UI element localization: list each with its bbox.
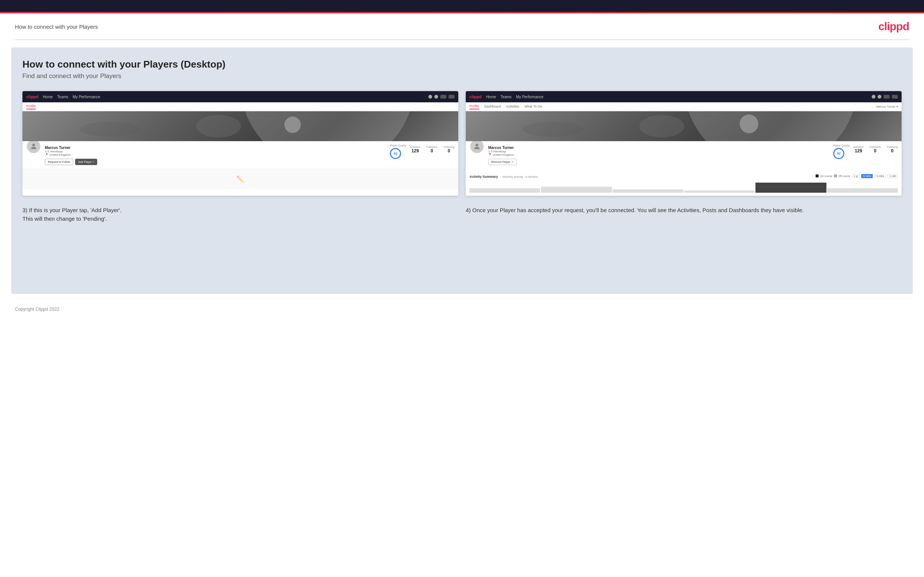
left-nav-logo: clippd bbox=[26, 95, 38, 99]
descriptions-row: 3) If this is your Player tap, 'Add Play… bbox=[23, 206, 901, 223]
right-settings-icon bbox=[884, 95, 890, 98]
right-followers-stat: Followers 0 bbox=[869, 146, 880, 153]
right-player-location: 📍 United Kingdom bbox=[488, 153, 829, 156]
description-right: 4) Once your Player has accepted your re… bbox=[466, 206, 901, 223]
right-tab-bar: Profile Dashboard Activities What To On … bbox=[466, 102, 901, 111]
header-divider bbox=[15, 40, 909, 40]
svg-point-6 bbox=[523, 122, 583, 137]
svg-point-0 bbox=[196, 115, 241, 137]
bar-4 bbox=[684, 190, 755, 193]
filter-6mths[interactable]: 6 mths bbox=[861, 174, 873, 178]
footer: Copyright Clippd 2022 bbox=[0, 301, 924, 317]
main-heading: How to connect with your Players (Deskto… bbox=[23, 59, 901, 70]
right-tab-user: Marcus Turner ▾ bbox=[876, 105, 898, 108]
header: How to connect with your Players clippd bbox=[0, 13, 924, 40]
left-tab-bar: Profile bbox=[23, 102, 458, 111]
filter-1yr[interactable]: 1 yr bbox=[852, 174, 860, 178]
right-profile-section: Marcus Turner 1-5 Handicap 📍 United King… bbox=[466, 141, 901, 169]
left-player-location: 📍 United Kingdom bbox=[45, 153, 386, 156]
right-player-buttons: Remove Player ✕ bbox=[488, 159, 829, 165]
search-icon bbox=[428, 95, 432, 98]
right-quality-label: Player Quality bbox=[833, 144, 850, 147]
bar-3 bbox=[613, 189, 683, 193]
clippd-logo: clippd bbox=[879, 20, 909, 33]
user-icon bbox=[435, 95, 438, 98]
svg-point-5 bbox=[740, 114, 758, 133]
right-banner-overlay bbox=[466, 111, 901, 141]
svg-point-1 bbox=[284, 116, 301, 133]
left-followers-stat: Followers 0 bbox=[426, 146, 437, 153]
bar-1 bbox=[470, 188, 540, 193]
right-banner bbox=[466, 111, 901, 141]
right-avatar bbox=[470, 139, 485, 154]
main-subheading: Find and connect with your Players bbox=[23, 73, 901, 80]
svg-point-7 bbox=[475, 144, 478, 147]
profile-icon bbox=[449, 95, 454, 98]
svg-point-2 bbox=[80, 122, 139, 137]
right-quality-group: Player Quality 92 bbox=[833, 144, 850, 159]
left-nav-teams: Teams bbox=[57, 95, 68, 99]
pencil-icon: ✏️ bbox=[234, 173, 247, 185]
remove-player-button[interactable]: Remove Player ✕ bbox=[488, 159, 517, 165]
left-quality-circle: 92 bbox=[390, 148, 401, 159]
right-nav-icons bbox=[872, 95, 898, 98]
bar-2 bbox=[541, 187, 612, 193]
right-activity-header: Activity Summary Monthly Activity · 6 Mo… bbox=[470, 172, 898, 179]
left-following-stat: Following 0 bbox=[443, 146, 454, 153]
left-nav-bar: clippd Home Teams My Performance bbox=[23, 91, 458, 102]
filter-3mths[interactable]: 3 mths bbox=[874, 174, 886, 178]
main-content: How to connect with your Players (Deskto… bbox=[11, 47, 913, 294]
left-nav-home: Home bbox=[43, 95, 53, 99]
right-nav-logo: clippd bbox=[470, 95, 481, 99]
right-tab-profile: Profile bbox=[470, 104, 479, 110]
right-chart-area bbox=[470, 182, 898, 193]
request-follow-button[interactable]: Request to Follow bbox=[45, 159, 73, 165]
right-tab-whattoon: What To On bbox=[524, 105, 542, 109]
svg-point-4 bbox=[640, 115, 684, 137]
right-following-stat: Following 0 bbox=[887, 146, 898, 153]
right-player-info: Marcus Turner 1-5 Handicap 📍 United King… bbox=[488, 144, 829, 165]
right-nav-myperformance: My Performance bbox=[516, 95, 543, 99]
left-profile-section: Marcus Turner 1-5 Handicap 📍 United King… bbox=[23, 141, 458, 169]
right-nav-home: Home bbox=[486, 95, 496, 99]
bar-5-dark bbox=[755, 183, 826, 193]
right-activity-filters: On course Off course 1 yr 6 mths 3 mths … bbox=[816, 174, 898, 178]
left-player-name: Marcus Turner bbox=[45, 146, 386, 150]
left-nav-myperformance: My Performance bbox=[73, 95, 100, 99]
description-left-text: 3) If this is your Player tap, 'Add Play… bbox=[23, 207, 121, 222]
off-course-legend bbox=[834, 174, 837, 177]
screenshot-left: clippd Home Teams My Performance Profile bbox=[23, 91, 458, 196]
settings-icon bbox=[440, 95, 446, 98]
right-activity-title: Activity Summary bbox=[470, 175, 498, 179]
add-player-button[interactable]: Add Player + bbox=[75, 159, 97, 165]
right-quality-circle: 92 bbox=[833, 148, 844, 159]
left-banner-overlay bbox=[23, 111, 458, 141]
right-tab-dashboard: Dashboard bbox=[485, 105, 501, 109]
left-edit-area: ✏️ bbox=[23, 169, 458, 189]
remove-x-icon: ✕ bbox=[511, 160, 514, 164]
on-course-legend bbox=[816, 174, 819, 177]
left-activities-stat: Activities 129 bbox=[410, 146, 420, 153]
right-nav-bar: clippd Home Teams My Performance bbox=[466, 91, 901, 102]
screenshot-right: clippd Home Teams My Performance Profile… bbox=[466, 91, 901, 196]
right-profile-icon bbox=[892, 95, 898, 98]
right-activity-subtitle: Monthly Activity · 6 Months bbox=[502, 175, 538, 179]
left-quality-label: Player Quality bbox=[390, 144, 406, 147]
left-player-handicap: 1-5 Handicap bbox=[45, 150, 386, 153]
right-player-name: Marcus Turner bbox=[488, 146, 829, 150]
left-player-info: Marcus Turner 1-5 Handicap 📍 United King… bbox=[45, 144, 386, 165]
left-tab-profile: Profile bbox=[26, 104, 36, 110]
left-nav-icons bbox=[428, 95, 454, 98]
footer-copyright: Copyright Clippd 2022 bbox=[15, 306, 60, 312]
header-title: How to connect with your Players bbox=[15, 24, 98, 30]
right-stats-row: Activities 129 Followers 0 Following 0 bbox=[853, 146, 898, 153]
right-nav-teams: Teams bbox=[501, 95, 511, 99]
screenshots-row: clippd Home Teams My Performance Profile bbox=[23, 91, 901, 196]
bar-6 bbox=[827, 188, 898, 193]
left-stats-row: Activities 129 Followers 0 Following 0 bbox=[410, 146, 454, 153]
description-right-text: 4) Once your Player has accepted your re… bbox=[466, 207, 804, 213]
filter-1mth[interactable]: 1 mth bbox=[887, 174, 898, 178]
description-left: 3) If this is your Player tap, 'Add Play… bbox=[23, 206, 458, 223]
right-activity-section: Activity Summary Monthly Activity · 6 Mo… bbox=[466, 169, 901, 196]
left-banner bbox=[23, 111, 458, 141]
